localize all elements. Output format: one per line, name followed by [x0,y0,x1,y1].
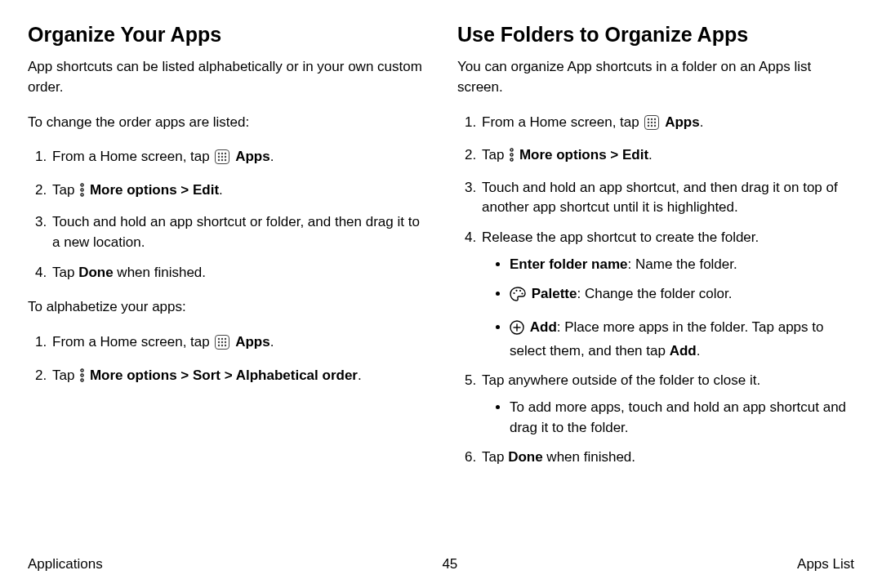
svg-point-30 [648,121,649,122]
r-step-1: From a Home screen, tap Apps. [480,113,854,136]
r-step-2: Tap More options > Edit. [480,145,854,168]
heading-organize: Organize Your Apps [28,20,425,49]
svg-point-28 [651,118,653,119]
right-column: Use Folders to Organize Apps You can org… [457,20,854,546]
svg-point-16 [225,338,226,340]
svg-point-37 [510,154,513,156]
r-step-5: Tap anywhere outside of the folder to cl… [480,371,854,438]
ordered-list-change: From a Home screen, tap Apps. Tap More o… [28,147,425,283]
svg-point-29 [654,118,656,119]
bullet-add: Add: Place more apps in the folder. Tap … [510,318,854,361]
step-2: Tap More options > Edit. [51,180,425,203]
svg-point-1 [218,153,220,154]
bullet-palette: Palette: Change the folder color. [510,284,854,308]
svg-point-2 [221,153,223,154]
step-3: Touch and hold an app shortcut or folder… [51,212,425,252]
svg-point-17 [218,341,220,343]
svg-point-12 [81,194,83,196]
alpha-step-1: From a Home screen, tap Apps. [51,332,425,356]
svg-point-33 [648,124,649,126]
svg-point-10 [81,184,83,186]
more-options-icon [79,368,85,389]
r-step-4: Release the app shortcut to create the f… [480,228,854,361]
svg-point-11 [81,189,83,191]
svg-point-42 [521,293,523,295]
svg-point-3 [225,153,226,154]
r-step-6: Tap Done when finished. [480,448,854,468]
svg-point-6 [225,156,226,158]
palette-icon [510,287,526,308]
bullet-add-more: To add more apps, touch and hold an app … [510,398,854,438]
bullet-list-folder-opts: Enter folder name: Name the folder. Pale… [482,255,854,362]
svg-point-8 [221,159,223,161]
svg-point-9 [225,159,226,161]
apps-icon [215,335,229,356]
svg-point-15 [221,338,223,340]
svg-point-19 [225,341,226,343]
apps-icon [215,149,229,171]
more-options-icon [509,148,514,168]
intro-left: App shortcuts can be listed alphabetical… [28,57,425,97]
svg-point-34 [651,124,653,126]
svg-point-36 [510,149,513,151]
ordered-list-alpha: From a Home screen, tap Apps. Tap More o… [28,332,425,388]
footer-right: Apps List [797,555,854,575]
ordered-list-folders: From a Home screen, tap Apps. Tap More o… [457,113,854,468]
svg-point-18 [221,341,223,343]
apps-icon [644,115,659,136]
footer-page-number: 45 [442,555,457,575]
left-column: Organize Your Apps App shortcuts can be … [28,20,425,546]
svg-point-21 [221,345,223,346]
svg-point-20 [218,345,220,346]
svg-point-23 [81,369,83,372]
svg-point-31 [651,121,653,122]
svg-point-41 [519,290,521,292]
more-options-icon [79,183,85,203]
svg-point-39 [513,292,514,294]
svg-point-32 [654,121,656,122]
svg-point-27 [648,118,649,119]
sub1: To change the order apps are listed: [28,113,425,133]
step-4: Tap Done when finished. [51,263,425,283]
sub2: To alphabetize your apps: [28,297,425,318]
svg-point-40 [515,290,517,292]
svg-point-5 [221,156,223,158]
svg-point-14 [218,338,220,340]
svg-point-7 [218,159,220,161]
alpha-step-2: Tap More options > Sort > Alphabetical o… [51,366,425,389]
bullet-enter-name: Enter folder name: Name the folder. [510,255,854,275]
svg-point-24 [81,374,83,376]
intro-right: You can organize App shortcuts in a fold… [457,57,854,97]
heading-folders: Use Folders to Organize Apps [457,20,854,49]
footer-left: Applications [28,555,103,575]
svg-point-25 [81,379,83,381]
bullet-list-close: To add more apps, touch and hold an app … [482,398,854,438]
step-1: From a Home screen, tap Apps. [51,147,425,171]
svg-point-4 [218,156,220,158]
page-footer: Applications 45 Apps List [28,555,854,575]
svg-point-22 [225,345,226,346]
svg-point-38 [510,158,513,161]
svg-point-35 [654,124,656,126]
r-step-3: Touch and hold an app shortcut, and then… [480,178,854,218]
plus-circle-icon [510,320,524,341]
